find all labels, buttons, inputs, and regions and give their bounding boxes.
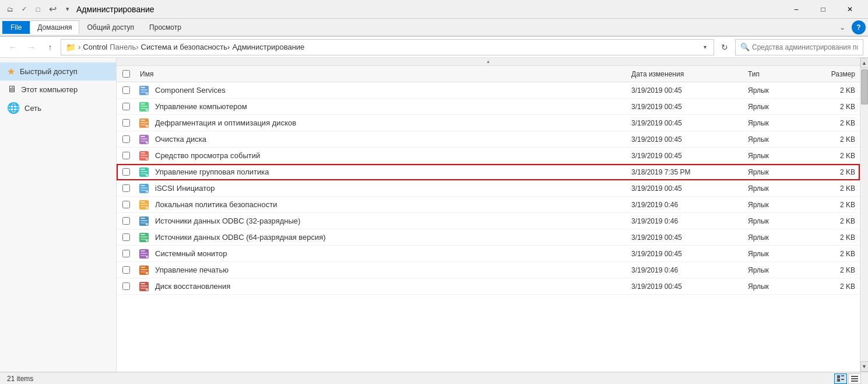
- ribbon-collapse-button[interactable]: ⌄: [835, 20, 849, 34]
- svg-rect-54: [146, 256, 148, 258]
- svg-rect-16: [140, 136, 145, 137]
- row-checkbox[interactable]: [117, 201, 135, 208]
- details-view-button[interactable]: [834, 373, 847, 384]
- row-checkbox[interactable]: [117, 103, 135, 110]
- close-button[interactable]: ✕: [837, 0, 863, 19]
- file-name: Локальная политика безопасности: [153, 200, 627, 209]
- search-input[interactable]: [752, 43, 858, 51]
- row-checkbox[interactable]: [117, 135, 135, 143]
- scroll-track-area[interactable]: [860, 68, 868, 361]
- row-checkbox[interactable]: [117, 282, 135, 290]
- scroll-down-button[interactable]: ▼: [860, 361, 869, 372]
- header-name[interactable]: Имя: [135, 70, 627, 78]
- row-checkbox[interactable]: [117, 184, 135, 192]
- sidebar-item-network[interactable]: 🌐 Сеть: [0, 98, 116, 118]
- row-checkbox[interactable]: [117, 233, 135, 241]
- header-checkbox[interactable]: [117, 70, 135, 78]
- table-row[interactable]: Локальная политика безопасности 3/19/201…: [117, 197, 860, 213]
- row-checkbox[interactable]: [117, 217, 135, 225]
- search-box[interactable]: 🔍: [735, 39, 863, 55]
- view-buttons: [834, 373, 861, 384]
- address-path[interactable]: 📁 › Control Панель› Система и безопаснос…: [61, 39, 714, 55]
- undo-dropdown-icon[interactable]: ▾: [62, 4, 73, 15]
- tab-home[interactable]: Домашняя: [30, 20, 79, 34]
- row-checkbox[interactable]: [117, 266, 135, 274]
- svg-rect-51: [140, 250, 145, 252]
- table-row[interactable]: Средство просмотра событий 3/19/2019 00:…: [117, 148, 860, 164]
- row-checkbox[interactable]: [117, 250, 135, 257]
- row-checkbox[interactable]: [117, 168, 135, 176]
- header-size[interactable]: Размер: [802, 70, 860, 78]
- svg-rect-19: [146, 141, 148, 144]
- table-row[interactable]: Дефрагментация и оптимизация дисков 3/19…: [117, 115, 860, 131]
- file-size: 2 KB: [802, 233, 860, 242]
- row-select-checkbox[interactable]: [122, 201, 130, 208]
- header-date[interactable]: Дата изменения: [627, 70, 743, 78]
- table-row[interactable]: Управление компьютером 3/19/2019 00:45 Я…: [117, 99, 860, 115]
- svg-rect-18: [140, 141, 146, 142]
- file-size: 2 KB: [802, 217, 860, 225]
- svg-rect-58: [140, 271, 146, 273]
- table-row[interactable]: Системный монитор 3/19/2019 00:45 Ярлык …: [117, 246, 860, 262]
- sort-up-arrow[interactable]: ▲: [117, 58, 860, 66]
- file-size: 2 KB: [802, 152, 860, 160]
- select-all-checkbox[interactable]: [122, 70, 130, 78]
- svg-rect-56: [140, 267, 145, 268]
- minimize-button[interactable]: –: [783, 0, 810, 19]
- sidebar-item-this-computer[interactable]: 🖥 Этот компьютер: [0, 81, 116, 98]
- scroll-up-button[interactable]: ▲: [860, 58, 869, 68]
- forward-button[interactable]: →: [23, 39, 40, 55]
- row-select-checkbox[interactable]: [122, 250, 130, 257]
- table-row[interactable]: Источники данных ODBC (32-разрядные) 3/1…: [117, 213, 860, 229]
- up-button[interactable]: ↑: [42, 39, 58, 55]
- table-row[interactable]: Component Services 3/19/2019 00:45 Ярлык…: [117, 82, 860, 99]
- undo-button[interactable]: ↩: [47, 4, 59, 15]
- svg-rect-37: [140, 204, 147, 205]
- tab-share[interactable]: Общий доступ: [79, 20, 142, 34]
- window-controls: – □ ✕: [783, 0, 863, 19]
- table-row[interactable]: iSCSI Инициатор 3/19/2019 00:45 Ярлык 2 …: [117, 180, 860, 197]
- back-button[interactable]: ←: [5, 39, 21, 55]
- header-type[interactable]: Тип: [743, 70, 802, 78]
- table-row[interactable]: Управление печатью 3/19/2019 0:46 Ярлык …: [117, 262, 860, 278]
- tab-view[interactable]: Просмотр: [142, 20, 189, 34]
- help-button[interactable]: ?: [852, 20, 866, 34]
- table-row[interactable]: Источники данных ODBC (64-разрядная верс…: [117, 229, 860, 246]
- file-date: 3/18/2019 7:35 PM: [627, 168, 743, 176]
- refresh-button[interactable]: ↻: [716, 39, 733, 55]
- row-select-checkbox[interactable]: [122, 233, 130, 241]
- row-checkbox[interactable]: [117, 86, 135, 94]
- row-select-checkbox[interactable]: [122, 217, 130, 225]
- file-name: Управление компьютером: [153, 102, 627, 111]
- table-row[interactable]: Диск восстановления 3/19/2019 00:45 Ярлы…: [117, 278, 860, 295]
- svg-rect-23: [140, 157, 146, 158]
- list-view-button[interactable]: [848, 373, 861, 384]
- file-name: Источники данных ODBC (32-разрядные): [153, 217, 627, 225]
- file-date: 3/19/2019 0:46: [627, 217, 743, 225]
- table-row[interactable]: Очистка диска 3/19/2019 00:45 Ярлык 2 KB: [117, 131, 860, 148]
- sidebar-item-quick-access[interactable]: ★ Быстрый доступ: [0, 62, 116, 81]
- maximize-button[interactable]: □: [810, 0, 837, 19]
- row-checkbox[interactable]: [117, 152, 135, 159]
- row-checkbox[interactable]: [117, 119, 135, 127]
- row-select-checkbox[interactable]: [122, 103, 130, 110]
- row-select-checkbox[interactable]: [122, 168, 130, 176]
- row-select-checkbox[interactable]: [122, 266, 130, 274]
- path-control[interactable]: Control: [83, 43, 107, 51]
- file-date: 3/19/2019 00:45: [627, 152, 743, 160]
- scroll-thumb[interactable]: [861, 69, 868, 104]
- table-row[interactable]: Управление групповая политика 3/18/2019 …: [117, 164, 860, 180]
- file-size: 2 KB: [802, 201, 860, 209]
- path-sep-2: Панель›: [110, 43, 138, 51]
- row-select-checkbox[interactable]: [122, 86, 130, 94]
- row-select-checkbox[interactable]: [122, 152, 130, 159]
- path-dropdown-icon[interactable]: ▾: [701, 44, 709, 50]
- row-select-checkbox[interactable]: [122, 282, 130, 290]
- row-select-checkbox[interactable]: [122, 119, 130, 127]
- file-type: Ярлык: [743, 266, 802, 274]
- path-security[interactable]: Система и безопасность›: [141, 43, 230, 51]
- path-admin[interactable]: Администрирование: [232, 43, 304, 51]
- tab-file[interactable]: File: [2, 21, 30, 34]
- row-select-checkbox[interactable]: [122, 184, 130, 192]
- row-select-checkbox[interactable]: [122, 135, 130, 143]
